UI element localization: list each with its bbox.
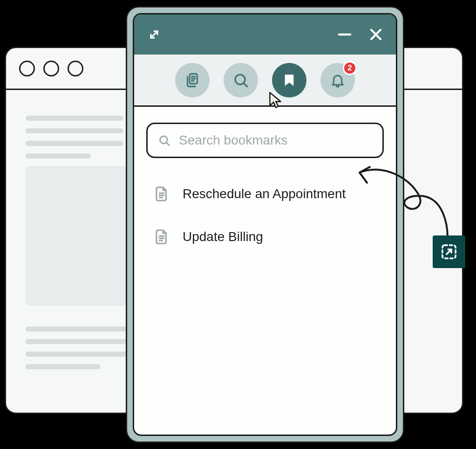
traffic-light-dot — [68, 61, 83, 76]
dock-launcher-button[interactable] — [433, 235, 465, 268]
document-icon — [153, 228, 170, 246]
bookmarks-list: Reschedule an Appointment Update Billing — [146, 179, 384, 252]
expand-icon — [146, 27, 162, 42]
documents-icon — [184, 72, 201, 89]
expand-button[interactable] — [146, 27, 162, 42]
panel-toolbar: 2 — [134, 55, 396, 107]
bookmark-item[interactable]: Update Billing — [152, 221, 378, 252]
panel-titlebar — [134, 14, 396, 55]
search-bookmarks-field[interactable] — [146, 123, 384, 158]
skeleton-block — [26, 166, 133, 306]
cursor-icon — [268, 91, 283, 108]
tab-notifications[interactable]: 2 — [320, 63, 355, 97]
tab-search[interactable] — [224, 63, 258, 97]
bookmark-item-label: Update Billing — [183, 229, 263, 244]
bookmark-item-label: Reschedule an Appointment — [183, 187, 346, 201]
bookmark-item[interactable]: Reschedule an Appointment — [152, 179, 378, 209]
bell-icon — [330, 72, 346, 88]
search-icon — [232, 72, 249, 89]
close-icon — [368, 27, 384, 42]
traffic-light-dot — [19, 61, 35, 76]
notification-badge: 2 — [343, 61, 357, 75]
minimize-button[interactable] — [336, 26, 353, 43]
tab-documents[interactable] — [175, 63, 210, 97]
search-icon — [158, 133, 170, 147]
popout-icon — [440, 242, 458, 261]
traffic-light-dot — [43, 61, 59, 76]
bookmark-icon — [282, 73, 297, 88]
svg-line-8 — [244, 83, 247, 87]
close-button[interactable] — [368, 27, 384, 42]
svg-line-10 — [166, 143, 169, 145]
search-bookmarks-input[interactable] — [179, 133, 372, 148]
panel-content: Reschedule an Appointment Update Billing — [134, 107, 396, 435]
document-icon — [153, 185, 170, 203]
minimize-icon — [336, 26, 353, 43]
